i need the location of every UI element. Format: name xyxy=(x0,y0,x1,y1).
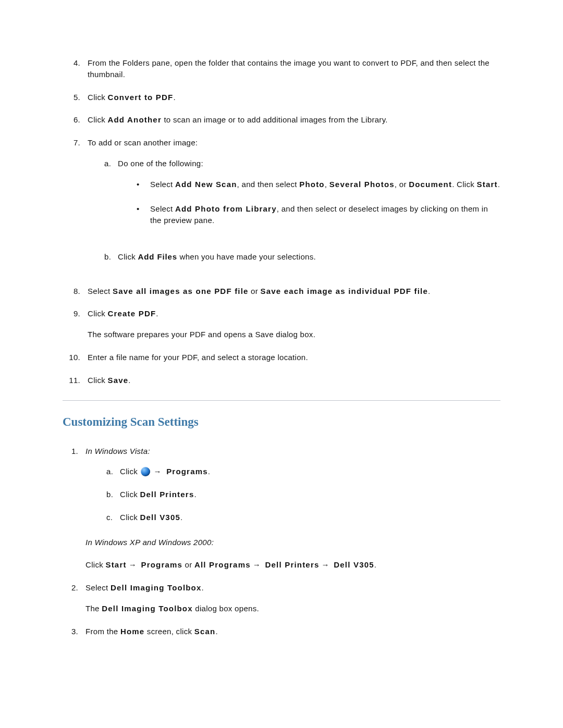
step-10: 10. Enter a file name for your PDF, and … xyxy=(63,352,500,363)
text: The xyxy=(85,604,102,613)
bold-text: Several Photos xyxy=(329,180,395,189)
step-7b-text: Click Add Files when you have made your … xyxy=(118,251,500,263)
step-7-substeps: a. Do one of the following: • Select Add… xyxy=(104,158,500,263)
step-number: 3. xyxy=(63,626,85,637)
text: dialog box opens. xyxy=(193,604,259,613)
text: . xyxy=(215,627,217,636)
substep-label: b. xyxy=(104,251,118,263)
step-10-text: Enter a file name for your PDF, and sele… xyxy=(88,352,500,363)
step-11: 11. Click Save. xyxy=(63,375,500,386)
text: , and then select xyxy=(237,180,300,189)
step-5-text: Click Convert to PDF. xyxy=(88,92,500,103)
text: or xyxy=(249,287,261,295)
bold-text: Home xyxy=(120,627,144,636)
step-7a-option-1-text: Select Add New Scan, and then select Pho… xyxy=(150,179,500,190)
sec2-step-2-text: Select Dell Imaging Toolbox. xyxy=(85,582,500,594)
arrow-icon: → xyxy=(151,466,163,477)
sec2-step-2: 2. Select Dell Imaging Toolbox. The Dell… xyxy=(63,582,500,614)
text: . xyxy=(374,560,376,569)
bold-text: Dell Imaging Toolbox xyxy=(102,604,193,613)
text: Select xyxy=(88,287,113,295)
bold-text: Dell Imaging Toolbox xyxy=(111,583,202,592)
text: to scan an image or to add additional im… xyxy=(162,115,388,124)
step-7a-text: Do one of the following: xyxy=(118,158,500,169)
step-7a-options: • Select Add New Scan, and then select P… xyxy=(137,179,500,226)
step-7b: b. Click Add Files when you have made yo… xyxy=(104,251,500,263)
step-number: 11. xyxy=(63,375,88,386)
bold-text: Document xyxy=(409,180,452,189)
text: Select xyxy=(85,583,111,592)
bold-text: Dell Printers xyxy=(265,560,320,569)
sec2-step-1-xp-label: In Windows XP and Windows 2000: xyxy=(85,537,500,548)
step-7a: a. Do one of the following: • Select Add… xyxy=(104,158,500,240)
section-divider xyxy=(63,400,500,401)
step-7a-option-2-text: Select Add Photo from Library, and then … xyxy=(150,203,500,226)
sec2-step-1b: b. Click Dell Printers. xyxy=(106,489,500,500)
substep-label: a. xyxy=(106,466,120,477)
bold-text: Save xyxy=(107,376,128,385)
substep-label: b. xyxy=(106,489,120,500)
text: Click xyxy=(88,376,107,385)
sec2-step-3-text: From the Home screen, click Scan. xyxy=(85,626,500,637)
pdf-steps-list: 4. From the Folders pane, open the folde… xyxy=(63,57,500,386)
text: . xyxy=(156,309,158,318)
step-7-text: To add or scan another image: xyxy=(88,137,500,149)
text: Click xyxy=(120,513,140,522)
bold-text: Start xyxy=(105,560,126,569)
text: . xyxy=(173,93,175,102)
text: . xyxy=(202,583,204,592)
step-9: 9. Click Create PDF. The software prepar… xyxy=(63,308,500,340)
text: Click xyxy=(120,467,140,476)
arrow-icon: → xyxy=(127,559,139,571)
bold-text: Save all images as one PDF file xyxy=(113,287,249,295)
sec2-step-1-vista-label: In Windows Vista: xyxy=(85,446,500,457)
bold-text: Scan xyxy=(194,627,216,636)
text: . xyxy=(208,467,210,476)
bold-text: Programs xyxy=(141,560,182,569)
bold-text: Photo xyxy=(299,180,325,189)
bold-text: Save each image as individual PDF file xyxy=(260,287,428,295)
sec2-step-1: 1. In Windows Vista: a. Click → Programs… xyxy=(63,446,500,571)
step-4: 4. From the Folders pane, open the folde… xyxy=(63,57,500,80)
sec2-step-1c: c. Click Dell V305. xyxy=(106,512,500,523)
step-4-text: From the Folders pane, open the folder t… xyxy=(88,57,500,80)
sec2-step-1c-text: Click Dell V305. xyxy=(120,512,500,523)
sec2-step-1a-text: Click → Programs. xyxy=(120,466,500,477)
step-number: 7. xyxy=(63,137,88,274)
sec2-step-1-substeps: a. Click → Programs. b. Cli xyxy=(106,466,500,523)
text: . Click xyxy=(452,180,476,189)
text: Select xyxy=(150,204,175,213)
step-number: 1. xyxy=(63,446,85,571)
step-5: 5. Click Convert to PDF. xyxy=(63,92,500,103)
sec2-step-3: 3. From the Home screen, click Scan. xyxy=(63,626,500,637)
step-number: 4. xyxy=(63,57,88,80)
step-number: 10. xyxy=(63,352,88,363)
step-number: 8. xyxy=(63,286,88,297)
text: Click xyxy=(88,115,107,124)
substep-label: c. xyxy=(106,512,120,523)
sec2-step-1a: a. Click → Programs. xyxy=(106,466,500,477)
bold-text: Add Files xyxy=(138,252,177,261)
sec2-step-1b-text: Click Dell Printers. xyxy=(120,489,500,500)
windows-start-orb-icon xyxy=(141,467,150,476)
bullet-icon: • xyxy=(137,203,150,226)
bold-text: Add New Scan xyxy=(175,180,237,189)
step-8-text: Select Save all images as one PDF file o… xyxy=(88,286,500,297)
bold-text: Dell V305 xyxy=(140,513,180,522)
text: . xyxy=(128,376,130,385)
sec2-step-1-xp-line: Click Start→ Programs or All Programs→ D… xyxy=(85,559,500,571)
text: Click xyxy=(85,560,105,569)
text: . xyxy=(428,287,430,295)
text: . xyxy=(498,180,500,189)
bold-text: Add Photo from Library xyxy=(175,204,277,213)
step-6-text: Click Add Another to scan an image or to… xyxy=(88,114,500,126)
text: , xyxy=(325,180,329,189)
step-7: 7. To add or scan another image: a. Do o… xyxy=(63,137,500,274)
customizing-scan-settings-steps: 1. In Windows Vista: a. Click → Programs… xyxy=(63,446,500,637)
text: Click xyxy=(120,490,140,499)
bold-text: All Programs xyxy=(194,560,251,569)
text: , or xyxy=(395,180,409,189)
bold-text: Create PDF xyxy=(107,309,156,318)
step-11-text: Click Save. xyxy=(88,375,500,386)
bold-text: Programs xyxy=(164,467,208,476)
